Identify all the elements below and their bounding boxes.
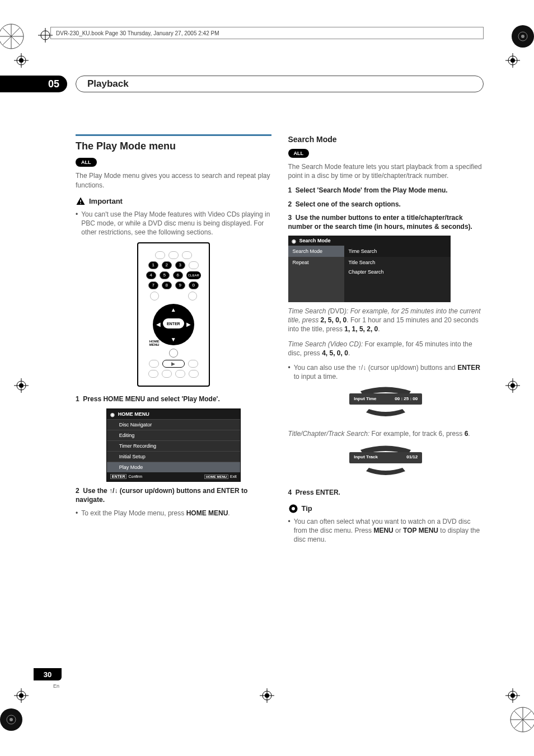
menu-title: HOME MENU <box>118 411 149 417</box>
osd-label: Input Time <box>354 396 376 402</box>
intro-text: The Play Mode menu gives you access to s… <box>76 171 271 189</box>
r-step-1: 1 Select 'Search Mode' from the Play Mod… <box>288 186 484 195</box>
registration-mark <box>505 53 520 68</box>
remote-btn-0: 0 <box>189 281 199 289</box>
svg-point-10 <box>10 718 13 721</box>
input-track-osd: Input Track01/12 <box>344 444 428 483</box>
svg-point-7 <box>521 35 524 38</box>
tip-icon <box>288 504 298 514</box>
accent-bar <box>76 134 271 136</box>
r-step-4: 4 Press ENTER. <box>288 488 484 497</box>
step-2: 2 Use the ↑/↓ (cursor up/down) buttons a… <box>76 486 271 504</box>
corner-decor <box>0 22 25 50</box>
menu-item: Initial Setup <box>107 451 240 462</box>
all-badge: ALL <box>288 149 310 158</box>
corner-decor <box>509 706 534 734</box>
r-step-3: 3 Use the number buttons to enter a titl… <box>288 213 484 231</box>
subsection-heading: Search Mode <box>288 134 484 145</box>
remote-dpad: ▲▼◀▶ ENTER HOME MENU <box>153 304 194 345</box>
search-right-item: Chapter Search <box>349 267 446 276</box>
input-time-osd: Input Time00 : 25 : 00 <box>344 386 428 425</box>
remote-btn-2: 2 <box>162 261 172 269</box>
tct-search: Title/Chapter/Track Search: For example,… <box>288 429 484 438</box>
search-left-item: Search Mode <box>288 246 344 257</box>
corner-decor <box>509 22 534 50</box>
chapter-title: Playback <box>76 76 484 92</box>
tip-heading: Tip <box>288 504 484 514</box>
svg-rect-48 <box>80 203 81 204</box>
r-step-2: 2 Select one of the search options. <box>288 200 484 209</box>
home-menu-screenshot: ◉HOME MENU Disc Navigator Editing Timer … <box>106 408 241 482</box>
page-lang: En <box>53 683 59 689</box>
svg-point-50 <box>292 507 295 510</box>
remote-btn-3: 3 <box>175 261 185 269</box>
registration-mark <box>14 53 29 68</box>
important-icon <box>76 196 86 206</box>
registration-mark <box>505 378 520 393</box>
menu-item: Editing <box>107 430 240 440</box>
important-label: Important <box>89 196 123 206</box>
registration-mark <box>14 378 29 393</box>
left-column: The Play Mode menu ALL The Play Mode men… <box>76 134 271 689</box>
step-1: 1 Press HOME MENU and select 'Play Mode'… <box>76 395 271 403</box>
remote-btn-clear: CLEAR <box>186 271 201 279</box>
search-right-item: Time Search <box>344 246 451 257</box>
disc-icon: ◉ <box>110 411 116 417</box>
search-left-item: Repeat <box>288 257 344 268</box>
important-body: You can't use the Play Mode features wit… <box>76 210 271 237</box>
remote-enter: ENTER <box>163 318 184 328</box>
remote-play-icon: ▶ <box>162 360 185 368</box>
content-area: The Play Mode menu ALL The Play Mode men… <box>76 134 484 689</box>
remote-home-menu: HOME MENU <box>149 340 160 346</box>
remote-btn-6: 6 <box>173 271 183 279</box>
osd-label: Input Track <box>354 454 378 461</box>
corner-decor <box>0 706 25 734</box>
remote-btn-9: 9 <box>175 281 185 289</box>
registration-mark <box>260 688 274 703</box>
menu-item: Timer Recording <box>107 440 240 451</box>
all-badge: ALL <box>76 158 97 167</box>
menu-item-selected: Play Mode <box>107 462 240 472</box>
remote-btn-5: 5 <box>160 271 170 279</box>
book-header: DVR-230_KU.book Page 30 Thursday, Januar… <box>56 30 219 36</box>
osd-value: 01/12 <box>406 454 418 461</box>
remote-btn-8: 8 <box>162 281 172 289</box>
search-right-item: Title Search <box>349 258 446 267</box>
tip-label: Tip <box>302 504 312 514</box>
section-heading: The Play Mode menu <box>76 139 271 153</box>
remote-illustration: 123 456CLEAR 7890 ▲▼◀▶ ENTER HOME MENU ▶ <box>137 242 210 387</box>
time-search-dvd: Time Search (DVD): For example, for 25 m… <box>288 307 484 334</box>
remote-btn-7: 7 <box>148 281 158 289</box>
menu-item: Disc Navigator <box>107 419 240 430</box>
osd-value: 00 : 25 : 00 <box>395 396 418 402</box>
registration-mark <box>14 688 29 703</box>
time-search-bullet: You can also use the ↑/↓ (cursor up/down… <box>288 363 484 381</box>
remote-btn-1: 1 <box>148 261 158 269</box>
chapter-number: 05 <box>0 76 67 92</box>
svg-rect-47 <box>80 200 81 203</box>
important-heading: Important <box>76 196 271 206</box>
registration-mark <box>505 688 520 703</box>
disc-icon: ◉ <box>292 238 297 243</box>
search-mode-screenshot: ◉Search Mode Search Mode Repeat Time Sea… <box>288 236 451 302</box>
page-number: 30 <box>34 668 62 680</box>
right-column: Search Mode ALL The Search Mode feature … <box>288 134 484 689</box>
remote-btn-4: 4 <box>146 271 156 279</box>
time-search-vcd: Time Search (Video CD): For example, for… <box>288 340 484 358</box>
tip-body: You can often select what you want to wa… <box>288 517 484 544</box>
step-2-bullet: To exit the Play Mode menu, press HOME M… <box>76 509 271 518</box>
search-intro: The Search Mode feature lets you start p… <box>288 162 484 180</box>
